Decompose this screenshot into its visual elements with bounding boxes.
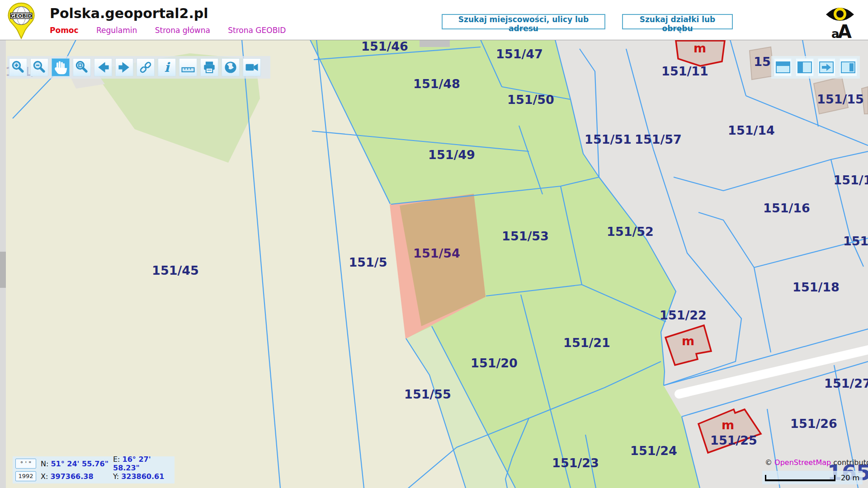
zoom-out-button[interactable] [30, 58, 48, 76]
parcel-label: 151/49 [428, 148, 475, 162]
toggle-right-panel-button[interactable] [840, 58, 857, 76]
parcel-label: 151/54 [413, 246, 460, 260]
arrow-right-icon [116, 59, 132, 75]
parcel-label: 151/21 [563, 336, 610, 350]
zoom-selection-icon [74, 59, 90, 75]
building-label: m [722, 418, 734, 432]
parcel-label: 151/51 [585, 132, 632, 146]
info-icon: i [159, 59, 175, 75]
building-label: m [693, 41, 706, 55]
pan-hand-icon [52, 59, 69, 75]
link-strona-geobid[interactable]: Strona GEOBID [228, 26, 286, 35]
geobid-logo[interactable]: GEOBID [5, 1, 38, 39]
x-value: 397366.38 [50, 472, 93, 481]
map-canvas[interactable]: 151/5151/46151/47151/48151/50151/11m1515… [0, 40, 868, 488]
link-strona-glowna[interactable]: Strona główna [155, 26, 210, 35]
zoom-selection-button[interactable] [73, 58, 91, 76]
parcel-label: 151/11 [661, 64, 708, 78]
parcel-label: 151/18 [793, 280, 840, 294]
video-button[interactable] [243, 58, 261, 76]
parcel-label: 151/48 [413, 77, 460, 91]
top-panel-icon [776, 61, 790, 73]
next-view-button[interactable] [115, 58, 133, 76]
link-icon [137, 59, 154, 75]
parcel-label: 151/47 [496, 47, 543, 61]
y-label: Y: [113, 472, 119, 481]
parcel-label: 151/20 [471, 356, 518, 370]
overview-map-button[interactable] [222, 58, 240, 76]
parcel-label: 151/46 [361, 40, 408, 53]
parcel-label: 151/ [843, 234, 868, 248]
parcel-label: 151/24 [630, 444, 677, 458]
info-button[interactable]: i [158, 58, 176, 76]
lat-value: 51° 24' 55.76" [51, 460, 108, 468]
pan-hand-button[interactable] [52, 58, 70, 76]
site-title: Polska.geoportal2.pl [50, 5, 208, 21]
parcel-label: 151/23 [552, 456, 599, 470]
link-regulamin[interactable]: Regulamin [96, 26, 137, 35]
contributors-text: contributors [833, 458, 868, 467]
zoom-in-icon [10, 59, 26, 75]
top-panel-handle[interactable] [420, 40, 450, 47]
parcel-label: 151/50 [507, 93, 554, 107]
openstreetmap-link[interactable]: OpenStreetMap [774, 458, 831, 467]
svg-text:i: i [165, 60, 171, 75]
toggle-top-panel-button[interactable] [774, 58, 792, 76]
print-button[interactable] [200, 58, 218, 76]
link-button[interactable] [137, 58, 155, 76]
x-label: X: [41, 472, 48, 481]
left-panel-icon [797, 61, 812, 73]
header: GEOBID Polska.geoportal2.pl Pomoc Regula… [0, 0, 868, 40]
map-attribution: © OpenStreetMap contributors [765, 458, 868, 467]
parcel-label: 151/55 [404, 387, 451, 401]
coordinates-panel: ° ' " N: 51° 24' 55.76" E: 16° 27' 58.23… [13, 456, 175, 483]
font-size-toggle-large[interactable]: A [838, 21, 852, 41]
search-address-button[interactable]: Szukaj miejscowości, ulicy lub adresu [442, 14, 605, 29]
search-parcel-button[interactable]: Szukaj działki lub obrębu [622, 14, 733, 29]
zoom-in-button[interactable] [9, 58, 27, 76]
parcel-label: 151/52 [607, 225, 654, 239]
ruler-icon [180, 59, 196, 75]
map-toolbar: i [7, 56, 270, 79]
map-viewport[interactable]: 151/5151/46151/47151/48151/50151/11m1515… [0, 40, 868, 488]
lon-label: E: [113, 455, 120, 464]
panel-toggle-bar [771, 56, 860, 79]
parcel-label: 151/57 [635, 132, 682, 146]
print-icon [201, 59, 217, 75]
arrow-left-icon [95, 59, 111, 75]
expand-arrow-icon [819, 61, 834, 73]
right-panel-icon [841, 61, 855, 73]
parcel-label: 151/15 [817, 92, 864, 106]
copyright-symbol: © [765, 458, 772, 467]
parcel-label: 151/45 [152, 263, 199, 277]
scale-widget: 20 m [762, 471, 863, 484]
parcel-label: 151/14 [728, 123, 775, 137]
toggle-left-panel-button[interactable] [796, 58, 813, 76]
left-panel-handle[interactable] [0, 252, 6, 288]
parcel-label: 151/25 [710, 433, 757, 447]
contrast-eye-icon[interactable] [826, 8, 854, 21]
crs-1992-button[interactable]: 1992 [15, 471, 36, 481]
parcel-label: 151/22 [660, 308, 707, 322]
video-camera-icon [244, 59, 260, 75]
parcel-label: 151/53 [502, 229, 549, 243]
scale-label: 20 m [841, 474, 859, 482]
link-pomoc[interactable]: Pomoc [50, 26, 79, 35]
parcel-label: 151/1 [833, 173, 868, 187]
parcel-label: 151/26 [790, 417, 837, 431]
parcel-label: 151/5 [349, 255, 387, 269]
lat-label: N: [41, 460, 48, 468]
parcel-label: 151/16 [763, 201, 810, 215]
accessibility-controls: a A [821, 2, 859, 41]
globe-icon [222, 59, 239, 75]
previous-view-button[interactable] [94, 58, 112, 76]
y-value: 323860.61 [121, 472, 164, 481]
measure-button[interactable] [179, 58, 197, 76]
expand-right-panel-button[interactable] [818, 58, 835, 76]
dms-format-button[interactable]: ° ' " [15, 459, 36, 469]
building-label: m [682, 334, 694, 348]
parcel-label: 151/27 [824, 376, 868, 390]
parcel-label: 15 [754, 55, 771, 69]
zoom-out-icon [31, 59, 47, 75]
header-links: Pomoc Regulamin Strona główna Strona GEO… [50, 26, 301, 35]
